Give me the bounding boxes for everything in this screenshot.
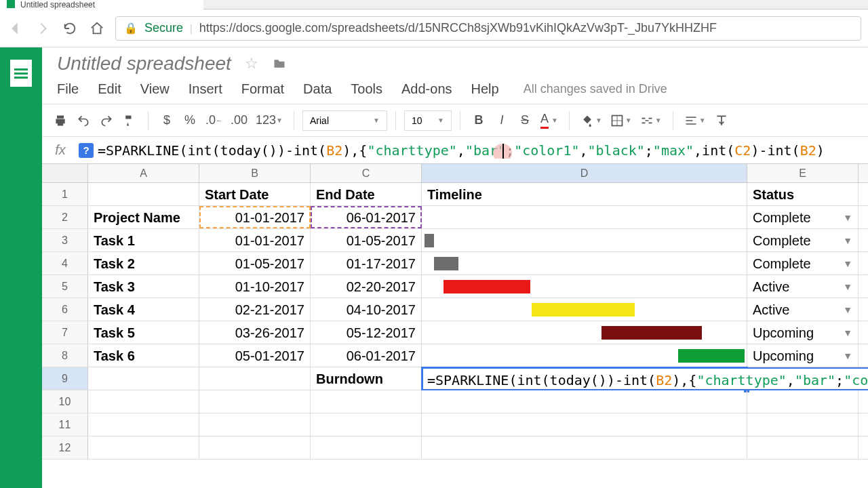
dropdown-caret-icon[interactable]: ▼ [843,275,852,298]
print-button[interactable] [50,110,71,131]
cell-C6[interactable]: 04-10-2017 [311,298,422,321]
cell-C3[interactable]: 01-05-2017 [311,229,422,251]
cell-D5[interactable] [422,275,747,298]
cell-B4[interactable]: 01-05-2017 [199,252,311,274]
percent-button[interactable]: % [180,110,200,131]
cell-A8[interactable]: Task 6 [88,344,199,367]
cell-D8[interactable] [422,344,747,367]
dropdown-caret-icon[interactable]: ▼ [843,298,852,321]
decrease-decimal-button[interactable]: .0← [203,110,225,131]
text-color-button[interactable]: A▼ [538,110,561,131]
cell-A7[interactable]: Task 5 [88,321,199,344]
cell-C5[interactable]: 02-20-2017 [311,275,422,298]
col-header-C[interactable]: C [311,164,422,182]
row-header[interactable]: 10 [42,390,88,413]
cell-E1[interactable]: Status [747,183,859,205]
cell-C11[interactable] [311,413,422,436]
cell-A9[interactable] [88,367,199,390]
cell-D4[interactable] [422,252,747,274]
italic-button[interactable]: I [492,110,512,131]
menu-addons[interactable]: Add-ons [401,81,452,97]
star-icon[interactable]: ☆ [245,55,258,73]
formula-input[interactable]: =SPARKLINE(int(today())-int(B2),{"chartt… [98,142,868,159]
cell-E10[interactable] [747,390,859,413]
cell-D10[interactable] [422,390,747,413]
in-cell-formula[interactable]: =SPARKLINE(int(today())-int(B2),{"chartt… [422,367,868,390]
row-header[interactable]: 1 [42,183,88,205]
spreadsheet-grid[interactable]: A B C D E 1Start DateEnd DateTimelineSta… [42,164,868,488]
col-header-D[interactable]: D [422,164,747,182]
cell-C12[interactable] [311,436,422,459]
cell-B2[interactable]: 01-01-2017 [199,206,311,228]
forward-button[interactable] [34,20,52,37]
home-button[interactable] [88,20,106,37]
cell-A4[interactable]: Task 2 [88,252,199,274]
cell-C1[interactable]: End Date [311,183,422,205]
paint-format-button[interactable] [119,110,140,131]
dropdown-caret-icon[interactable]: ▼ [843,344,852,367]
menu-format[interactable]: Format [241,81,284,97]
cell-D2[interactable] [422,206,747,228]
cell-E7[interactable]: Upcoming▼ [747,321,859,344]
row-header[interactable]: 8 [42,344,88,367]
row-header[interactable]: 11 [42,413,88,436]
cell-C2[interactable]: 06-01-2017 [311,206,422,228]
borders-button[interactable]: ▼ [608,110,635,131]
doc-title[interactable]: Untitled spreadsheet [57,53,231,75]
select-all-corner[interactable] [42,164,88,182]
cell-B10[interactable] [199,390,311,413]
menu-data[interactable]: Data [303,81,332,97]
cell-B3[interactable]: 01-01-2017 [199,229,311,251]
strike-button[interactable]: S [515,110,535,131]
cell-B11[interactable] [199,413,311,436]
dropdown-caret-icon[interactable]: ▼ [843,229,852,252]
menu-tools[interactable]: Tools [351,81,382,97]
cell-A5[interactable]: Task 3 [88,275,199,298]
formula-help-icon[interactable]: ? [79,143,94,158]
address-bar[interactable]: 🔒 Secure | https://docs.google.com/sprea… [115,16,861,41]
menu-file[interactable]: File [57,81,79,97]
cell-C7[interactable]: 05-12-2017 [311,321,422,344]
undo-button[interactable] [73,110,94,131]
valign-button[interactable] [711,110,732,131]
merge-button[interactable]: ▼ [637,110,665,131]
cell-E8[interactable]: Upcoming▼ [747,344,859,367]
cell-B8[interactable]: 05-01-2017 [199,344,311,367]
cell-D7[interactable] [422,321,747,344]
cell-C8[interactable]: 06-01-2017 [311,344,422,367]
cell-B5[interactable]: 01-10-2017 [199,275,311,298]
row-header[interactable]: 12 [42,436,88,459]
cell-A11[interactable] [88,413,199,436]
font-size-select[interactable]: 10▼ [404,110,452,131]
cell-E2[interactable]: Complete▼ [747,206,859,228]
cell-D11[interactable] [422,413,747,436]
cell-D3[interactable] [422,229,747,251]
col-header-B[interactable]: B [199,164,311,182]
more-formats-button[interactable]: 123▼ [253,110,285,131]
cell-A1[interactable] [88,183,199,205]
cell-A2[interactable]: Project Name [88,206,199,228]
cell-A10[interactable] [88,390,199,413]
cell-B12[interactable] [199,436,311,459]
back-button[interactable] [7,20,24,37]
menu-edit[interactable]: Edit [98,81,121,97]
row-header[interactable]: 3 [42,229,88,251]
fill-color-button[interactable]: ▼ [578,110,605,131]
bold-button[interactable]: B [469,110,489,131]
dropdown-caret-icon[interactable]: ▼ [843,321,852,344]
cell-B9[interactable] [199,367,311,390]
cell-E5[interactable]: Active▼ [747,275,859,298]
cell-E12[interactable] [747,436,859,459]
row-header[interactable]: 6 [42,298,88,321]
cell-A12[interactable] [88,436,199,459]
cell-C10[interactable] [311,390,422,413]
cell-D6[interactable] [422,298,747,321]
row-header[interactable]: 4 [42,252,88,274]
row-header[interactable]: 2 [42,206,88,228]
dropdown-caret-icon[interactable]: ▼ [843,252,852,275]
cell-D1[interactable]: Timeline [422,183,747,205]
move-folder-icon[interactable] [272,57,287,70]
cell-E3[interactable]: Complete▼ [747,229,859,251]
menu-view[interactable]: View [140,81,170,97]
cell-A6[interactable]: Task 4 [88,298,199,321]
